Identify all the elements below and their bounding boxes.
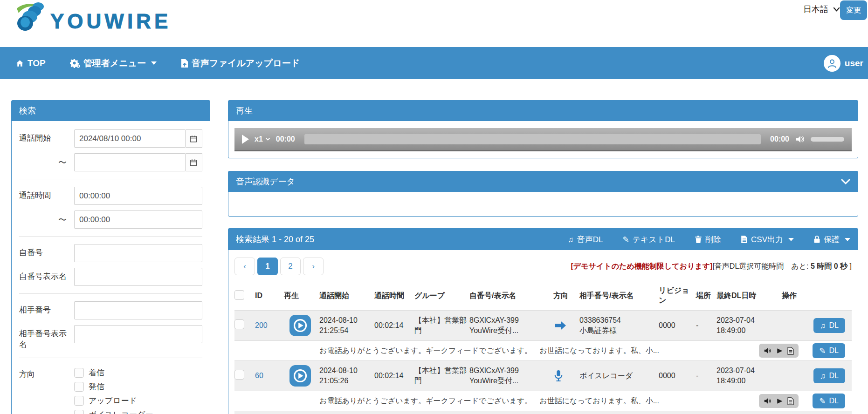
protect-button[interactable]: 保護 xyxy=(813,234,850,245)
demo-notice: [デモサイトのため機能制限しております][音声DL選択可能時間 あと: 5 時間… xyxy=(571,262,852,271)
transcript-text: お電話ありがとうございます。ギークフィードでございます。 お世話になっております… xyxy=(234,346,759,356)
text-download-button[interactable]: ✎ テキストDL xyxy=(622,234,675,245)
pencil-icon: ✎ xyxy=(819,397,826,405)
audio-dl-button[interactable]: ♫ DL xyxy=(813,368,845,383)
language-selector[interactable]: 日本語 xyxy=(803,4,840,15)
nav-item-audio-upload[interactable]: 音声ファイルアップロード xyxy=(169,47,312,79)
direction-option-upload[interactable]: アップロード xyxy=(74,395,153,406)
user-name: user xyxy=(845,58,863,68)
speech-recognition-title: 音声認識データ xyxy=(236,176,295,187)
pagination-page-1[interactable]: 1 xyxy=(257,258,278,275)
transcript-tools[interactable] xyxy=(759,394,799,408)
music-note-icon: ♫ xyxy=(820,372,826,380)
table-row: 60 2024-08-1021:05:26 00:02:14 【本社】営業部門 … xyxy=(234,360,852,391)
chevron-down-icon xyxy=(265,137,270,141)
file-text-icon xyxy=(741,235,748,244)
search-panel: 検索 通話開始 〜 xyxy=(11,100,210,414)
checkbox[interactable] xyxy=(74,396,84,406)
pagination-next-button[interactable]: › xyxy=(303,258,324,275)
main-navbar: TOP 管理者メニュー 音声ファイルアップロード xyxy=(0,47,868,79)
pagination: ‹ 1 2 › xyxy=(234,258,324,275)
calendar-icon[interactable] xyxy=(186,153,202,171)
music-note-icon: ♫ xyxy=(568,236,574,244)
text-dl-button[interactable]: ✎ DL xyxy=(813,343,845,358)
current-time: 00:00 xyxy=(276,135,295,143)
seek-bar[interactable] xyxy=(304,134,761,144)
results-panel: 検索結果 1 - 20 of 25 ♫ 音声DL ✎ テキストDL 削 xyxy=(228,228,858,414)
search-form: 通話開始 〜 通話時間 xyxy=(12,121,210,414)
row-checkbox[interactable] xyxy=(234,319,244,329)
audio-dl-button[interactable]: ♫ DL xyxy=(813,318,845,333)
delete-button[interactable]: 削除 xyxy=(695,234,721,245)
direction-option-voicerecorder[interactable]: ボイスレコーダー xyxy=(74,409,153,414)
direction-option-incoming[interactable]: 着信 xyxy=(74,367,153,378)
table-row: 140 2024-08-10 00:02:14 【本社】営業部門 8GXlCxA… xyxy=(234,411,852,414)
results-table-header: ID 再生 通話開始 通話時間 グループ 自番号/表示名 方向 相手番号/表示名… xyxy=(234,282,852,310)
file-upload-icon xyxy=(181,59,188,68)
text-dl-button[interactable]: ✎ DL xyxy=(813,394,845,408)
call-start-to-input[interactable] xyxy=(74,153,186,171)
user-avatar xyxy=(824,55,840,72)
home-icon xyxy=(15,59,24,68)
page: YOUWIRE 日本語 変更 TOP 管理者メニュー xyxy=(0,0,868,414)
change-language-button[interactable]: 変更 xyxy=(840,0,867,20)
transcript-text: お電話ありがとうございます。ギークフィードでございます。 お世話になっております… xyxy=(234,396,759,406)
search-panel-header: 検索 xyxy=(12,101,210,121)
csv-export-button[interactable]: CSV出力 xyxy=(741,234,794,245)
range-tilde: 〜 xyxy=(19,153,74,168)
speaker-icon xyxy=(764,347,772,354)
language-label: 日本語 xyxy=(803,4,828,15)
play-record-button[interactable] xyxy=(289,365,311,387)
partner-number-input[interactable] xyxy=(74,301,202,319)
youwire-swirl-icon xyxy=(14,1,50,34)
own-number-name-input[interactable] xyxy=(74,268,202,286)
play-arrow-icon xyxy=(776,398,783,405)
pagination-prev-button[interactable]: ‹ xyxy=(234,258,255,275)
transcript-tools[interactable] xyxy=(759,344,799,358)
nav-item-label: TOP xyxy=(28,58,46,68)
play-icon[interactable] xyxy=(242,135,249,144)
call-start-label: 通話開始 xyxy=(19,129,74,144)
navbar-user[interactable]: user xyxy=(824,55,868,72)
volume-icon[interactable] xyxy=(795,135,805,144)
audio-download-button[interactable]: ♫ 音声DL xyxy=(568,234,603,245)
row-checkbox[interactable] xyxy=(234,370,244,380)
direction-option-outgoing[interactable]: 発信 xyxy=(74,381,153,392)
call-start-from-input[interactable] xyxy=(74,129,186,148)
play-record-button[interactable] xyxy=(289,315,311,336)
checkbox[interactable] xyxy=(74,368,84,378)
speech-recognition-header[interactable]: 音声認識データ xyxy=(228,171,858,192)
partner-number-label: 相手番号 xyxy=(19,301,74,316)
own-number-name-label: 自番号表示名 xyxy=(19,268,74,282)
trash-icon xyxy=(695,235,702,244)
duration-to-input[interactable] xyxy=(74,210,202,229)
player-panel: 再生 x1 00:00 00:00 xyxy=(228,100,858,158)
calendar-icon[interactable] xyxy=(186,129,202,148)
nav-item-top[interactable]: TOP xyxy=(0,47,58,79)
results-header: 検索結果 1 - 20 of 25 ♫ 音声DL ✎ テキストDL 削 xyxy=(228,229,858,250)
select-all-checkbox[interactable] xyxy=(234,290,244,300)
partner-number-name-input[interactable] xyxy=(74,325,202,343)
transcript-row: お電話ありがとうございます。ギークフィードでございます。 お世話になっております… xyxy=(234,391,852,411)
results-title: 検索結果 1 - 20 of 25 xyxy=(236,234,314,245)
chevron-down-icon[interactable] xyxy=(841,179,850,185)
speech-recognition-panel: 音声認識データ xyxy=(228,171,858,217)
record-id-link[interactable]: 200 xyxy=(255,321,268,329)
total-time: 00:00 xyxy=(770,135,789,143)
transcript-row: お電話ありがとうございます。ギークフィードでございます。 お世話になっております… xyxy=(234,340,852,360)
checkbox[interactable] xyxy=(74,410,84,414)
pencil-icon: ✎ xyxy=(819,347,826,355)
volume-slider[interactable] xyxy=(811,137,844,142)
range-tilde: 〜 xyxy=(19,210,74,225)
pagination-page-2[interactable]: 2 xyxy=(280,258,301,275)
record-id-link[interactable]: 60 xyxy=(255,372,263,380)
own-number-label: 自番号 xyxy=(19,244,74,258)
own-number-input[interactable] xyxy=(74,244,202,262)
duration-from-input[interactable] xyxy=(74,187,202,205)
playback-speed-selector[interactable]: x1 xyxy=(255,135,270,143)
gears-icon xyxy=(70,59,80,68)
nav-item-admin-menu[interactable]: 管理者メニュー xyxy=(58,47,169,79)
checkbox[interactable] xyxy=(74,382,84,392)
table-row: 200 2024-08-1021:25:54 00:02:14 【本社】営業部門… xyxy=(234,310,852,340)
player-panel-title: 再生 xyxy=(236,105,253,116)
